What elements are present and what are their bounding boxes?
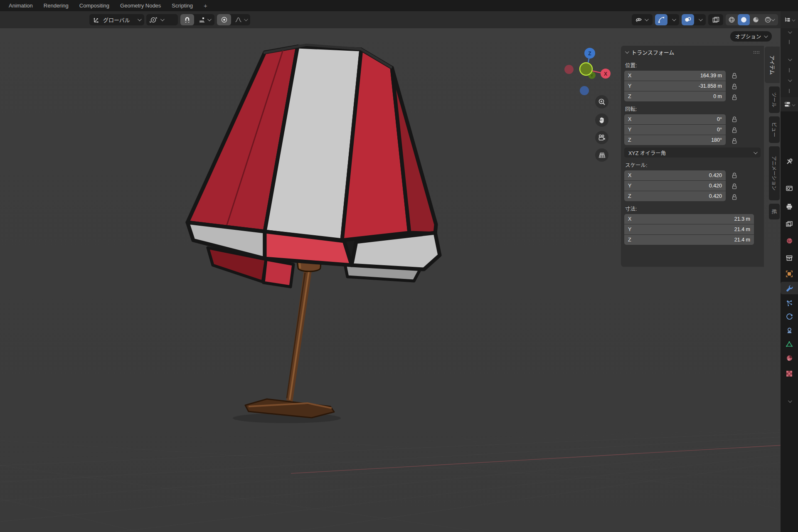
workspace-tab-scripting[interactable]: Scripting [172,2,193,9]
pivot-point-dropdown[interactable] [146,14,178,25]
properties-tab-world[interactable] [781,234,798,247]
lock-open-icon[interactable] [732,138,737,144]
properties-tab-collection[interactable] [781,252,798,264]
lock-open-icon[interactable] [732,172,737,179]
outliner-header[interactable] [781,11,798,28]
axis-neg-z-ball[interactable] [580,86,589,95]
gizmo-y-label: Y [591,74,593,78]
sidebar-tab-paper[interactable]: 紙 [769,204,780,219]
scale-z-field[interactable]: Z 0.420 [624,191,726,201]
panel-drag-handle-icon[interactable] [753,51,760,54]
gizmo-dropdown[interactable] [667,14,679,25]
scale-label: スケール: [621,158,764,170]
object-visibility-dropdown[interactable] [632,14,653,25]
falloff-dropdown[interactable] [231,14,250,25]
rotation-z-field[interactable]: Z 180° [624,135,726,145]
properties-tab-object-data[interactable] [781,338,798,350]
camera-view-button[interactable] [595,131,608,144]
snap-target-icon [199,17,205,23]
rotation-mode-dropdown[interactable]: XYZ オイラー角 [624,148,761,158]
properties-tab-constraints[interactable] [781,324,798,337]
snap-target-dropdown[interactable] [194,14,214,25]
axis-y-ball[interactable] [580,63,592,75]
shading-solid-button[interactable] [738,14,750,25]
outliner-expand-icon[interactable] [781,79,798,82]
properties-tab-output[interactable] [781,200,798,213]
chevron-down-icon [771,17,775,21]
properties-rail-more[interactable] [781,395,798,407]
proportional-editing-icon [221,16,228,23]
outliner-expand-icon[interactable] [781,58,798,61]
axis-label: X [628,73,639,79]
workspace-tab-rendering[interactable]: Rendering [44,2,69,9]
chevron-down-icon [244,17,248,21]
sidebar-tab-view[interactable]: ビュー [769,116,780,143]
lock-open-icon[interactable] [732,84,737,90]
navigation-gizmo[interactable]: Y Z X [557,42,623,112]
scale-y-field[interactable]: Y 0.420 [624,181,726,191]
sidebar-tab-item[interactable]: アイテム [765,47,780,83]
properties-tab-modifiers[interactable] [781,282,798,294]
gizmo-toggle-icon [658,16,665,23]
grid-ortho-button[interactable] [595,148,608,162]
xray-toggle-icon [712,16,720,24]
lock-open-icon[interactable] [732,127,737,133]
overlays-dropdown[interactable] [694,14,706,25]
lock-open-icon[interactable] [732,116,737,123]
output-printer-icon [786,203,793,210]
scale-x-field[interactable]: X 0.420 [624,170,726,180]
shading-wireframe-button[interactable] [726,14,738,25]
dimensions-x-field[interactable]: X 21.3 m [624,214,754,224]
zoom-button[interactable] [595,95,608,108]
sidebar-tab-tool[interactable]: ツール [769,86,780,113]
field-value: 180° [711,137,722,143]
orientation-label: グローバル [103,16,130,24]
properties-tab-physics[interactable] [781,310,798,323]
chevron-down-icon [754,150,758,154]
properties-tab-material[interactable] [781,352,798,364]
workspace-tab-geometry-nodes[interactable]: Geometry Nodes [120,2,161,9]
transform-panel-header[interactable]: トランスフォーム [621,46,764,58]
rotation-label: 回転: [621,101,764,114]
workspace-tab-compositing[interactable]: Compositing [79,2,109,9]
add-workspace-button[interactable]: + [204,2,207,9]
show-gizmo-toggle[interactable] [655,14,667,25]
sidebar-tab-animation[interactable]: アニメーション [769,146,780,200]
overlays-group [682,14,706,25]
outliner-editor-icon [784,16,791,24]
modifiers-wrench-icon [786,284,793,292]
location-z-field[interactable]: Z 0 m [624,91,726,101]
lock-open-icon[interactable] [732,94,737,101]
shading-dropdown[interactable] [767,14,778,25]
location-y-field[interactable]: Y -31.858 m [624,81,726,91]
outliner-expand-icon[interactable] [781,31,798,34]
rotation-y-field[interactable]: Y 0° [624,125,726,135]
properties-tab-view-layer[interactable] [781,218,798,230]
properties-tab-texture[interactable] [781,367,798,380]
pan-button[interactable] [595,113,608,127]
dimensions-z-field[interactable]: Z 21.4 m [624,235,754,245]
transform-panel: トランスフォーム 位置: X 164.39 m Y -31.858 m Z 0 … [621,46,764,267]
workspace-tab-animation[interactable]: Animation [9,2,33,9]
properties-tab-render[interactable] [781,182,798,195]
transform-orientation-dropdown[interactable]: グローバル [89,14,144,25]
properties-tab-tool[interactable] [781,155,798,167]
axis-label: Z [628,237,639,243]
snap-magnet-toggle[interactable] [180,14,194,25]
proportional-editing-toggle[interactable] [217,14,231,25]
properties-tab-particles[interactable] [781,297,798,309]
xray-toggle[interactable] [708,14,723,25]
dimensions-y-field[interactable]: Y 21.4 m [624,224,754,234]
lock-open-icon[interactable] [732,194,737,200]
axis-neg-x-ball[interactable] [564,65,574,74]
location-x-field[interactable]: X 164.39 m [624,71,726,81]
show-overlays-toggle[interactable] [682,14,694,25]
lock-open-icon[interactable] [732,183,737,190]
rotation-x-field[interactable]: X 0° [624,114,726,124]
properties-tab-object[interactable] [781,268,798,280]
shading-material-button[interactable] [750,14,762,25]
lock-open-icon[interactable] [732,73,737,79]
properties-editor-header[interactable] [781,97,798,111]
field-value: -31.858 m [699,83,722,89]
options-dropdown[interactable]: オプション [730,31,772,42]
